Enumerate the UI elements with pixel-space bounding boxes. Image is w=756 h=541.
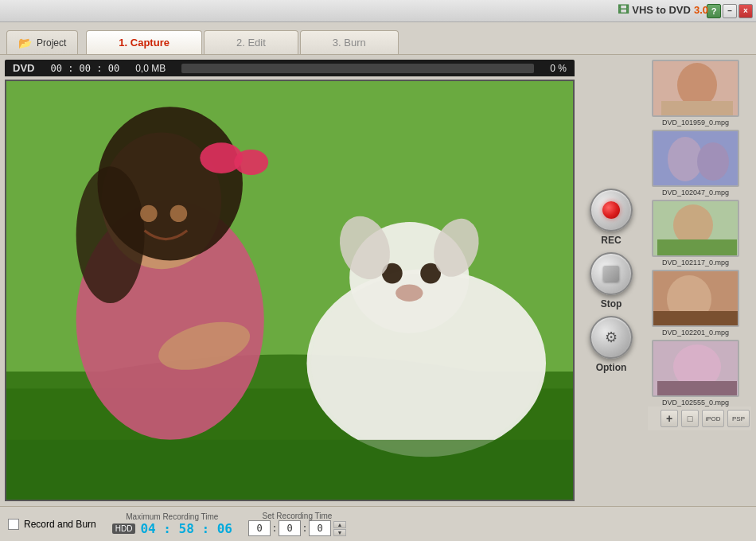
export-button[interactable]: □ bbox=[681, 410, 699, 427]
folder-icon: 📂 bbox=[18, 37, 32, 49]
list-item[interactable]: DVD_102117_0.mpg bbox=[648, 200, 743, 267]
thumbnail-5 bbox=[652, 340, 739, 397]
version-text: 3.0 bbox=[694, 4, 708, 16]
svg-rect-21 bbox=[6, 440, 573, 500]
psp-button[interactable]: PSP bbox=[727, 410, 750, 427]
dvd-label: DVD bbox=[13, 62, 34, 74]
time-spin-down[interactable]: ▼ bbox=[333, 529, 346, 536]
thumbnail-toolbar: + □ iPOD PSP bbox=[648, 407, 751, 430]
svg-point-9 bbox=[234, 150, 268, 175]
svg-point-27 bbox=[697, 142, 729, 181]
list-item[interactable]: DVD_102047_0.mpg bbox=[648, 130, 743, 197]
rec-group: REC bbox=[590, 189, 633, 246]
minimize-button[interactable]: – bbox=[723, 4, 737, 18]
thumbnail-3-label: DVD_102117_0.mpg bbox=[662, 259, 729, 267]
hdd-time-value: 04 : 58 : 06 bbox=[140, 521, 232, 536]
svg-rect-30 bbox=[657, 239, 737, 257]
video-display bbox=[5, 80, 575, 501]
time-sep-2: : bbox=[303, 523, 306, 534]
set-recording-label: Set Recording Time bbox=[263, 512, 333, 520]
max-recording-label: Maximum Recording Time bbox=[126, 512, 218, 521]
right-section: DVD_101959_0.mpg DVD_102047_0.mpg DVD_10… bbox=[648, 60, 751, 501]
tab-edit[interactable]: 2. Edit bbox=[204, 30, 298, 54]
hdd-time-display: HDD 04 : 58 : 06 bbox=[112, 521, 232, 536]
time-seconds-input[interactable] bbox=[309, 520, 331, 536]
title-brand: 🎞 VHS to DVD 3.0 bbox=[618, 3, 708, 16]
tab-row: 📂 Project 1. Capture 2. Edit 3. Burn bbox=[0, 22, 756, 54]
gear-icon: ⚙ bbox=[605, 329, 618, 346]
tab-capture-label: 1. Capture bbox=[119, 37, 170, 49]
project-tab[interactable]: 📂 Project bbox=[6, 30, 78, 54]
thumbnail-1 bbox=[652, 60, 739, 117]
tab-burn-label: 3. Burn bbox=[333, 37, 366, 49]
main-container: 📂 Project 1. Capture 2. Edit 3. Burn DVD… bbox=[0, 22, 756, 541]
close-button[interactable]: × bbox=[738, 4, 753, 18]
set-recording-section: Set Recording Time : : ▲ ▼ bbox=[248, 512, 346, 536]
time-inputs: : : ▲ ▼ bbox=[248, 520, 346, 536]
list-item[interactable]: DVD_102555_0.mpg bbox=[648, 340, 743, 407]
svg-point-15 bbox=[311, 274, 542, 453]
thumbnail-1-label: DVD_101959_0.mpg bbox=[662, 119, 729, 126]
video-image bbox=[6, 81, 573, 500]
record-burn-checkbox[interactable] bbox=[8, 519, 19, 530]
svg-point-10 bbox=[140, 205, 157, 222]
title-bar: 🎞 VHS to DVD 3.0 ? – × bbox=[0, 0, 756, 22]
stop-square-icon bbox=[603, 266, 619, 282]
stop-group: Stop bbox=[590, 252, 633, 309]
thumbnail-4-label: DVD_102201_0.mpg bbox=[662, 329, 729, 337]
option-button[interactable]: ⚙ bbox=[590, 316, 633, 359]
svg-rect-24 bbox=[661, 101, 733, 117]
video-placeholder bbox=[6, 81, 573, 500]
time-spinner: ▲ ▼ bbox=[333, 521, 346, 536]
tab-edit-label: 2. Edit bbox=[236, 37, 266, 49]
thumbnail-3 bbox=[652, 200, 739, 257]
svg-point-23 bbox=[677, 63, 717, 107]
svg-point-7 bbox=[76, 166, 145, 303]
main-tabs: 1. Capture 2. Edit 3. Burn bbox=[86, 30, 750, 54]
dvd-percent: 0 % bbox=[550, 63, 567, 74]
dvd-progress-bar bbox=[181, 64, 534, 73]
dvd-status-bar: DVD 00 : 00 : 00 0,0 MB 0 % bbox=[5, 60, 575, 76]
stop-button[interactable] bbox=[590, 252, 633, 295]
thumbnail-2-label: DVD_102047_0.mpg bbox=[662, 189, 729, 197]
time-spin-up[interactable]: ▲ bbox=[333, 521, 346, 528]
svg-rect-36 bbox=[657, 381, 737, 397]
video-panel: DVD 00 : 00 : 00 0,0 MB 0 % bbox=[5, 60, 575, 501]
ipod-button[interactable]: iPOD bbox=[702, 410, 724, 427]
thumbnail-panel: DVD_101959_0.mpg DVD_102047_0.mpg DVD_10… bbox=[648, 60, 743, 407]
tab-capture[interactable]: 1. Capture bbox=[86, 30, 202, 54]
list-item[interactable]: DVD_102201_0.mpg bbox=[648, 270, 743, 337]
svg-point-11 bbox=[170, 205, 187, 222]
max-recording-section: Maximum Recording Time HDD 04 : 58 : 06 bbox=[112, 512, 232, 536]
time-minutes-input[interactable] bbox=[279, 520, 301, 536]
svg-rect-33 bbox=[653, 311, 739, 327]
option-group: ⚙ Option bbox=[590, 316, 633, 373]
brand-text: VHS to DVD bbox=[632, 4, 691, 16]
tab-burn[interactable]: 3. Burn bbox=[300, 30, 399, 54]
dvd-time: 00 : 00 : 00 bbox=[50, 63, 119, 74]
time-sep-1: : bbox=[273, 523, 276, 534]
help-button[interactable]: ? bbox=[707, 4, 721, 18]
thumbnail-4 bbox=[652, 270, 739, 327]
option-label: Option bbox=[596, 362, 627, 373]
svg-point-18 bbox=[396, 284, 423, 301]
list-item[interactable]: DVD_101959_0.mpg bbox=[648, 60, 743, 126]
add-thumbnail-button[interactable]: + bbox=[661, 410, 678, 427]
record-burn-label: Record and Burn bbox=[24, 519, 96, 530]
dvd-size: 0,0 MB bbox=[135, 63, 166, 74]
vhs-icon: 🎞 bbox=[618, 3, 629, 16]
rec-button[interactable] bbox=[590, 189, 633, 232]
title-buttons: ? – × bbox=[707, 4, 753, 18]
project-tab-label: Project bbox=[37, 37, 66, 49]
controls-panel: REC Stop ⚙ Option bbox=[579, 60, 643, 501]
content-area: DVD 00 : 00 : 00 0,0 MB 0 % bbox=[0, 54, 756, 506]
rec-dot-icon bbox=[602, 201, 620, 219]
stop-label: Stop bbox=[601, 298, 622, 309]
thumbnail-2 bbox=[652, 130, 739, 187]
hdd-badge: HDD bbox=[112, 523, 136, 534]
thumbnail-5-label: DVD_102555_0.mpg bbox=[662, 399, 729, 407]
bottom-bar: Record and Burn Maximum Recording Time H… bbox=[0, 506, 756, 541]
rec-label: REC bbox=[601, 235, 621, 246]
record-burn-check: Record and Burn bbox=[8, 519, 96, 530]
time-hours-input[interactable] bbox=[248, 520, 271, 536]
